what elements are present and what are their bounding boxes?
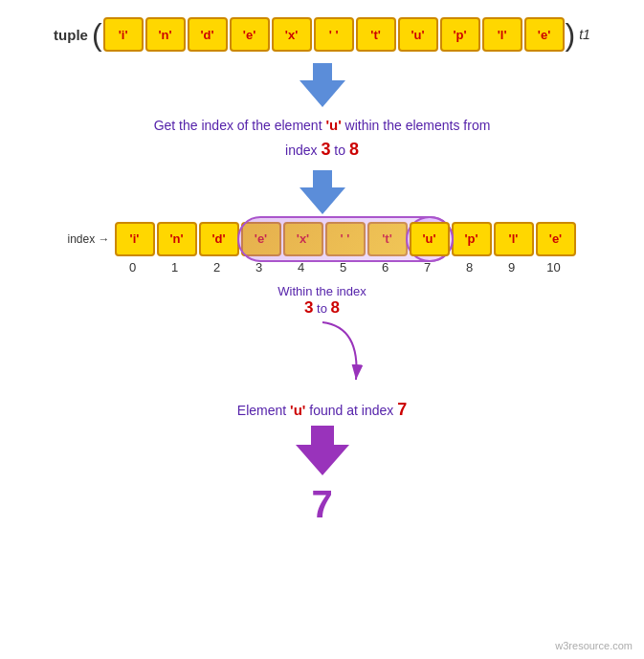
- top-char-4: 'x': [272, 17, 312, 52]
- final-result: 7: [311, 483, 332, 526]
- bottom-char-4: 'x': [283, 222, 323, 256]
- bottom-char-9: 'l': [494, 222, 534, 256]
- bottom-char-5: ' ': [325, 222, 366, 256]
- top-char-2: 'd': [188, 17, 228, 52]
- char-row-wrap: index → 'i''n''d''e''x'' ''t''u''p''l''e…: [67, 222, 576, 256]
- top-char-3: 'e': [230, 17, 270, 52]
- within-label-block: Within the index 3 to 8: [278, 284, 366, 318]
- index-num-7: 7: [407, 260, 449, 275]
- tuple-row: tuple ( 'i''n''d''e''x'' ''t''u''p''l''e…: [54, 17, 590, 52]
- bottom-char-2: 'd': [199, 222, 239, 256]
- top-char-row: 'i''n''d''e''x'' ''t''u''p''l''e': [102, 17, 566, 52]
- description-text: Get the index of the element 'u' within …: [154, 115, 491, 163]
- curved-arrow-container: [265, 318, 380, 398]
- desc-to: to: [330, 143, 348, 158]
- top-char-1: 'n': [145, 17, 186, 52]
- result-char: 'u': [290, 402, 305, 418]
- bottom-char-6: 't': [367, 222, 408, 256]
- result-text: Element 'u' found at index 7: [237, 400, 407, 420]
- arrow-2: [300, 170, 345, 214]
- index-num-3: 3: [238, 260, 280, 275]
- result-line2: found at index: [305, 403, 397, 418]
- index-num-8: 8: [449, 260, 491, 275]
- desc-end: 8: [349, 140, 359, 159]
- top-char-5: ' ': [314, 17, 354, 52]
- index-num-9: 9: [491, 260, 533, 275]
- bottom-char-7: 'u': [410, 222, 450, 256]
- final-arrow-head: [296, 445, 349, 475]
- top-char-10: 'e': [524, 17, 565, 52]
- within-end: 8: [331, 298, 340, 317]
- arrow-stem-1: [313, 63, 332, 80]
- desc-line2: within the elements from: [342, 118, 491, 133]
- index-num-4: 4: [280, 260, 322, 275]
- index-num-10: 10: [533, 260, 575, 275]
- main-container: tuple ( 'i''n''d''e''x'' ''t''u''p''l''e…: [0, 0, 644, 659]
- tuple-label: tuple: [54, 27, 88, 43]
- within-label-text: Within the index: [278, 284, 366, 298]
- bottom-char-0: 'i': [115, 222, 155, 256]
- index-num-6: 6: [365, 260, 407, 275]
- bottom-char-10: 'e': [536, 222, 576, 256]
- top-char-7: 'u': [398, 17, 438, 52]
- index-num-0: 0: [112, 260, 154, 275]
- desc-search-char: 'u': [325, 117, 341, 133]
- desc-start: 3: [321, 140, 330, 159]
- desc-line3: index: [285, 143, 321, 158]
- open-paren: (: [92, 19, 102, 50]
- top-char-9: 'l': [482, 17, 522, 52]
- arrow-head-2: [300, 187, 345, 214]
- result-index: 7: [397, 400, 407, 419]
- result-line1: Element: [237, 403, 290, 418]
- bottom-char-8: 'p': [452, 222, 492, 256]
- desc-line1: Get the index of the element: [154, 118, 326, 133]
- index-num-2: 2: [196, 260, 238, 275]
- arrow-stem-2: [313, 170, 332, 187]
- index-num-1: 1: [154, 260, 196, 275]
- arrow-1: [300, 63, 345, 107]
- final-arrow: [296, 426, 349, 475]
- close-paren: ): [566, 19, 576, 50]
- final-arrow-stem: [311, 426, 334, 445]
- top-char-8: 'p': [440, 17, 480, 52]
- bottom-char-row: 'i''n''d''e''x'' ''t''u''p''l''e': [114, 222, 577, 256]
- t1-label: t1: [579, 27, 590, 42]
- index-row: 012345678910: [70, 260, 575, 275]
- curved-arrow-svg: [265, 318, 380, 394]
- top-char-6: 't': [356, 17, 396, 52]
- index-num-5: 5: [322, 260, 365, 275]
- bottom-char-1: 'n': [157, 222, 197, 256]
- index-arrow-label: index →: [67, 232, 109, 246]
- within-to: to: [313, 301, 330, 316]
- bottom-char-3: 'e': [241, 222, 281, 256]
- arrow-head-1: [300, 80, 345, 107]
- index-section: index → 'i''n''d''e''x'' ''t''u''p''l''e…: [0, 222, 644, 275]
- watermark: w3resource.com: [555, 640, 633, 651]
- top-char-0: 'i': [103, 17, 144, 52]
